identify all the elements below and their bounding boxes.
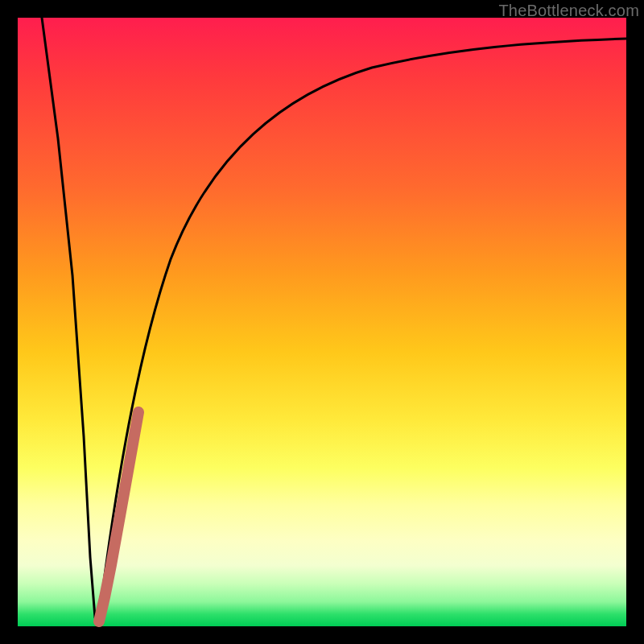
chart-frame: TheBottleneck.com: [0, 0, 644, 644]
highlight-segment: [99, 412, 138, 621]
right-branch-path: [98, 39, 626, 625]
curves-svg: [18, 18, 626, 626]
plot-area: [18, 18, 626, 626]
left-branch-path: [42, 18, 98, 625]
